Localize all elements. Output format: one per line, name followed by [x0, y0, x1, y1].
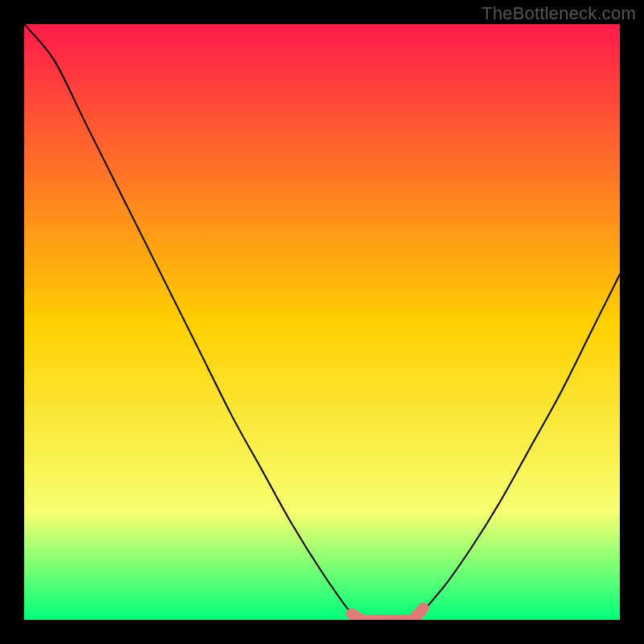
chart-frame: TheBottleneck.com: [0, 0, 644, 644]
watermark-text: TheBottleneck.com: [481, 3, 636, 24]
plot-area: [24, 24, 620, 620]
plot-svg: [24, 24, 620, 620]
gradient-background: [24, 24, 620, 620]
